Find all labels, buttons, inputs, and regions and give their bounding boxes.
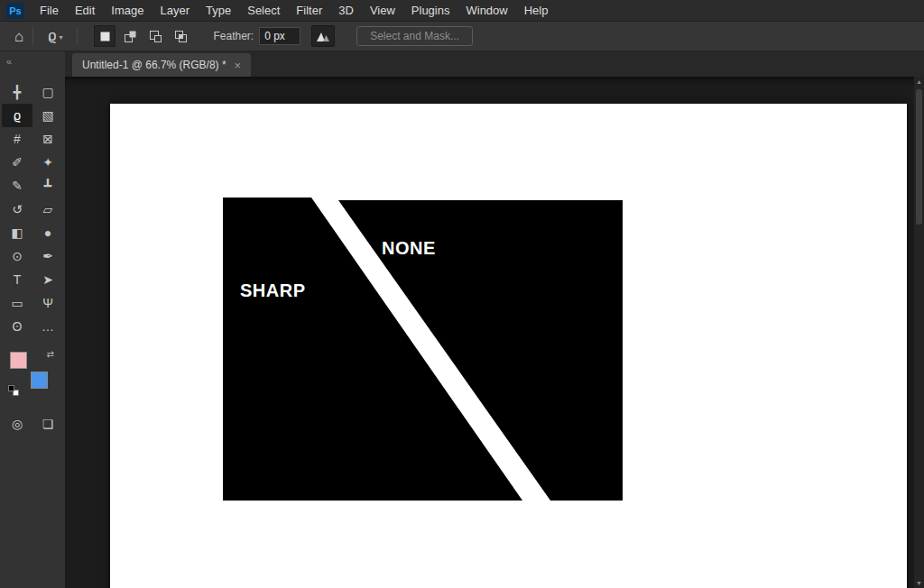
vertical-scrollbar[interactable]: ▲ ▼	[914, 77, 924, 588]
menu-layer[interactable]: Layer	[152, 0, 199, 22]
move-tool-button[interactable]: ╋	[2, 80, 32, 104]
photoshop-app-icon[interactable]: Ps	[6, 3, 24, 19]
menu-help[interactable]: Help	[516, 0, 557, 22]
path-selection-tool-button[interactable]: ➤	[32, 268, 63, 291]
swap-colors-icon[interactable]: ⇄	[47, 349, 54, 359]
intersect-selection-button[interactable]	[170, 25, 191, 47]
tool-preset-button[interactable]: ϱ ▾	[42, 27, 68, 45]
separator	[77, 27, 78, 45]
canvas-area: NONE SHARP ▲ ▼	[65, 77, 924, 588]
menubar: Ps File Edit Image Layer Type Select Fil…	[0, 0, 924, 22]
feather-label: Feather:	[213, 30, 254, 42]
menu-select[interactable]: Select	[239, 0, 288, 22]
menu-view[interactable]: View	[362, 0, 403, 22]
photoshop-window: Ps File Edit Image Layer Type Select Fil…	[0, 0, 924, 588]
menu-image[interactable]: Image	[103, 0, 152, 22]
document-canvas[interactable]: NONE SHARP	[110, 104, 907, 588]
clone-stamp-tool-button[interactable]: ┻	[32, 174, 63, 198]
collapse-toolbar-button[interactable]: «	[0, 51, 65, 71]
frame-tool-button[interactable]: ⊠	[32, 127, 63, 151]
edit-toolbar-button[interactable]: …	[32, 315, 63, 338]
artwork: NONE SHARP	[223, 198, 623, 501]
work-area: Untitled-1 @ 66.7% (RGB/8) * × NONE SHAR…	[65, 51, 924, 588]
zoom-tool-button[interactable]: ʘ	[2, 315, 32, 338]
hand-tool-button[interactable]: Ψ	[32, 291, 63, 315]
magic-wand-tool-button[interactable]: ✦	[32, 151, 63, 174]
select-and-mask-button[interactable]: Select and Mask...	[356, 26, 473, 46]
tab-strip: Untitled-1 @ 66.7% (RGB/8) * ×	[65, 51, 924, 77]
feather-input[interactable]	[259, 27, 300, 45]
home-icon[interactable]: ⌂	[14, 29, 23, 44]
history-brush-tool-button[interactable]: ↺	[2, 198, 32, 221]
blur-tool-button[interactable]: ●	[32, 221, 63, 244]
type-tool-button[interactable]: T	[2, 268, 32, 291]
rectangular-marquee-tool-button[interactable]: ▢	[32, 80, 63, 104]
lasso-tool-button[interactable]: ϱ	[2, 104, 32, 127]
object-selection-tool-button[interactable]: ▧	[32, 104, 63, 127]
separator	[32, 27, 33, 45]
tool-panel: « ╋ ▢ ϱ ▧ # ⊠ ✐ ✦ ✎ ┻ ↺ ▱ ◧ ● ⊙ ✒ T ➤ ▭	[0, 51, 65, 588]
lasso-icon: ϱ	[48, 29, 56, 43]
document-tab[interactable]: Untitled-1 @ 66.7% (RGB/8) * ×	[72, 53, 251, 77]
options-bar: ⌂ ϱ ▾	[0, 22, 924, 51]
brush-tool-button[interactable]: ✎	[2, 174, 32, 198]
chevron-down-icon: ▾	[59, 34, 62, 41]
dodge-tool-button[interactable]: ⊙	[2, 244, 32, 268]
mountains-icon	[316, 30, 330, 42]
menu-file[interactable]: File	[32, 0, 67, 22]
pen-tool-button[interactable]: ✒	[32, 244, 63, 268]
panel-bottom: ◎ ❏	[2, 412, 63, 436]
crop-tool-button[interactable]: #	[2, 127, 32, 151]
foreground-color-swatch[interactable]	[10, 352, 27, 369]
mountains-icon-button[interactable]	[311, 25, 335, 47]
gradient-tool-button[interactable]: ◧	[2, 221, 32, 244]
new-selection-icon	[98, 30, 112, 43]
shape-tool-button[interactable]: ▭	[2, 291, 32, 315]
selection-mode-group	[94, 25, 191, 47]
menu-3d[interactable]: 3D	[330, 0, 362, 22]
add-to-selection-button[interactable]	[119, 25, 141, 47]
menu-filter[interactable]: Filter	[288, 0, 330, 22]
menu-plugins[interactable]: Plugins	[403, 0, 458, 22]
menu-type[interactable]: Type	[198, 0, 239, 22]
screen-mode-button[interactable]: ❏	[32, 412, 63, 436]
quick-mask-button[interactable]: ◎	[2, 412, 32, 436]
label-none: NONE	[382, 238, 436, 258]
scroll-up-icon[interactable]: ▲	[914, 78, 924, 85]
background-color-swatch[interactable]	[31, 372, 48, 389]
subtract-from-selection-button[interactable]	[144, 25, 166, 47]
subtract-from-selection-icon	[149, 30, 162, 43]
color-swatches: ⇄	[0, 349, 65, 398]
tools-grid: ╋ ▢ ϱ ▧ # ⊠ ✐ ✦ ✎ ┻ ↺ ▱ ◧ ● ⊙ ✒ T ➤ ▭ Ψ	[2, 80, 63, 338]
default-colors-icon[interactable]	[8, 385, 19, 396]
menu-window[interactable]: Window	[457, 0, 515, 22]
main-area: « ╋ ▢ ϱ ▧ # ⊠ ✐ ✦ ✎ ┻ ↺ ▱ ◧ ● ⊙ ✒ T ➤ ▭	[0, 51, 924, 588]
new-selection-button[interactable]	[94, 25, 116, 47]
scroll-down-icon[interactable]: ▼	[914, 580, 924, 586]
scrollbar-thumb[interactable]	[916, 89, 922, 225]
tab-title: Untitled-1 @ 66.7% (RGB/8) *	[82, 59, 226, 71]
close-tab-icon[interactable]: ×	[235, 59, 242, 72]
eyedropper-tool-button[interactable]: ✐	[2, 151, 32, 174]
intersect-selection-icon	[174, 30, 188, 43]
eraser-tool-button[interactable]: ▱	[32, 198, 63, 221]
menu-edit[interactable]: Edit	[67, 0, 103, 22]
add-to-selection-icon	[124, 30, 137, 43]
label-sharp: SHARP	[240, 280, 306, 300]
